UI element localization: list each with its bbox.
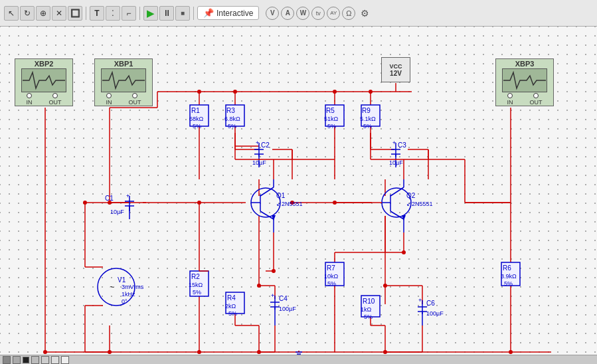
sep1 [86, 7, 86, 20]
r10-value: 1kΩ [361, 306, 372, 313]
svg-point-79 [509, 350, 513, 354]
svg-point-121 [402, 250, 406, 254]
icon-ay-btn[interactable]: AY [327, 7, 340, 20]
stop-btn[interactable]: ■ [175, 6, 190, 21]
r1-tol: 5% [193, 123, 201, 130]
schematic-svg: .wire { stroke: #cc0000; stroke-width: 1… [0, 27, 597, 364]
icon-omega-btn[interactable]: Ω [342, 7, 355, 20]
r7-tol: 5% [327, 280, 336, 287]
r9-label: R9 [362, 107, 371, 114]
svg-point-73 [257, 284, 261, 288]
r1-value: 68kΩ [189, 116, 204, 122]
svg-point-65 [197, 90, 201, 94]
r6-label: R6 [503, 264, 511, 272]
r2-tol: 5% [193, 289, 201, 296]
svg-point-67 [333, 90, 337, 94]
swatch-3 [23, 357, 29, 363]
swatch-7 [61, 356, 69, 364]
flag-btn[interactable]: 🔲 [68, 6, 82, 21]
r3-value: 6.8kΩ [224, 116, 240, 122]
swatch-6 [51, 356, 59, 364]
q1-model: ↙2N5551 [276, 201, 303, 207]
v1-freq: 1kHz [122, 291, 135, 298]
icon-tv-btn[interactable]: tv [311, 7, 325, 20]
swatch-5 [41, 356, 49, 364]
r3-label: R3 [226, 107, 235, 114]
sep2 [139, 7, 140, 20]
c1-plus: + [126, 193, 129, 199]
icon-gear-btn[interactable]: ⚙ [357, 6, 372, 21]
c6-label: C6 [426, 300, 435, 307]
play-btn[interactable]: ▶ [143, 6, 158, 21]
rotate-btn[interactable]: ↻ [20, 6, 35, 21]
svg-point-75 [43, 350, 47, 354]
c4-label: C4 [279, 295, 288, 302]
pause-btn[interactable]: ⏸ [159, 6, 174, 21]
r7-value: 10kΩ [324, 273, 339, 280]
mode-label: Interactive [216, 9, 253, 18]
r6-tol: 5% [504, 280, 513, 287]
c1-value: 10µF [110, 209, 124, 215]
icon-v-btn[interactable]: V [266, 7, 279, 20]
v1-phase: 0° [122, 298, 128, 305]
c3-label: C3 [398, 141, 406, 149]
text-btn[interactable]: T [90, 6, 104, 21]
c6-plus: + [418, 297, 422, 304]
r2-value: 15kΩ [189, 282, 203, 288]
status-bar [0, 355, 597, 364]
q1-label: Q1 [276, 192, 286, 199]
c2-label: C2 [261, 141, 270, 149]
bracket-btn[interactable]: ⌐ [122, 6, 136, 21]
svg-point-66 [233, 90, 237, 94]
r5-label: R5 [326, 107, 335, 114]
icon-w-btn[interactable]: W [296, 7, 309, 20]
probe-btn[interactable]: ⊕ [36, 6, 50, 21]
v1-value: 3mVrms [122, 284, 144, 290]
r1-label: R1 [191, 107, 200, 114]
svg-point-78 [383, 350, 387, 354]
r9-value: 5.1kΩ [360, 116, 376, 122]
r4-label: R4 [227, 294, 236, 302]
r6-value: 3.9kΩ [501, 273, 517, 280]
c3-plus: + [392, 139, 396, 146]
q2-model: ↙2N5551 [406, 201, 433, 207]
r9-tol: 5% [363, 123, 372, 130]
icon-a-btn[interactable]: A [281, 7, 294, 20]
swatch-1 [3, 356, 11, 364]
svg-point-76 [197, 350, 201, 354]
sep3 [193, 7, 194, 20]
schematic-canvas[interactable]: XBP2 IN OUT XBP1 IN [0, 27, 597, 364]
r10-tol: 5% [364, 314, 373, 320]
cross-btn[interactable]: ✕ [52, 6, 66, 21]
r5-tol: 5% [327, 123, 336, 130]
svg-point-77 [257, 350, 261, 354]
r4-value: 2kΩ [225, 303, 236, 310]
r10-label: R10 [363, 298, 375, 305]
c4-plus: + [271, 292, 274, 299]
toolbar: ↖ ↻ ⊕ ✕ 🔲 T ⁚ ⌐ ▶ ⏸ ■ 📌 Interactive V A … [0, 0, 597, 27]
svg-point-68 [369, 90, 373, 94]
r2-label: R2 [191, 273, 200, 280]
v1-ac-icon: ~ [110, 282, 115, 292]
swatch-4 [31, 356, 39, 364]
r7-label: R7 [327, 264, 335, 272]
svg-point-81 [108, 350, 112, 354]
r5-value: 51kΩ [324, 116, 339, 122]
r3-tol: 5% [228, 123, 236, 130]
svg-point-112 [272, 269, 276, 273]
svg-point-80 [83, 201, 87, 205]
v1-label: V1 [118, 276, 126, 284]
swatch-2 [13, 356, 21, 364]
arrow-tool-btn[interactable]: ↖ [4, 6, 19, 21]
c2-plus: + [256, 139, 259, 146]
toolbar-right: V A W tv AY Ω ⚙ [266, 6, 372, 21]
c4-value: 100µF [279, 306, 296, 312]
c3-value: 10µF [389, 159, 403, 166]
c1-label: C1 [105, 195, 114, 202]
c6-value: 100µF [426, 310, 444, 317]
q2-label: Q2 [406, 192, 416, 199]
interactive-mode-btn[interactable]: 📌 Interactive [197, 6, 259, 20]
colon-btn[interactable]: ⁚ [106, 6, 120, 21]
pin-icon: 📌 [203, 8, 214, 18]
svg-point-74 [383, 284, 387, 288]
